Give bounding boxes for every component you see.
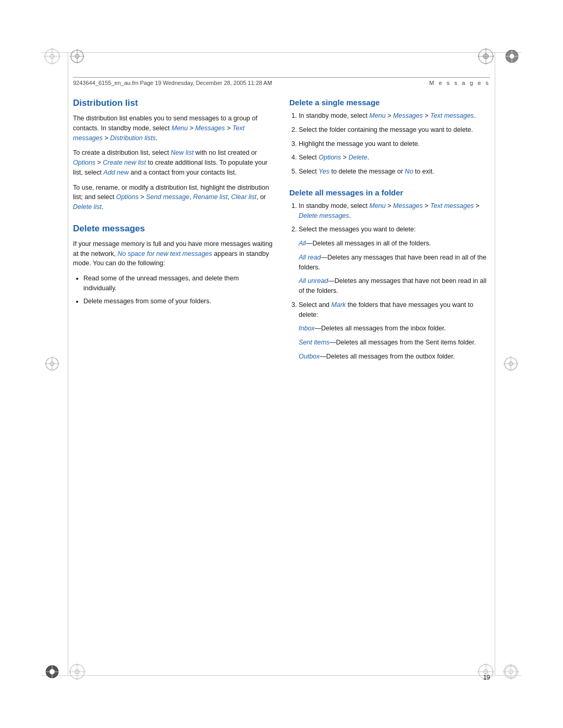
distribution-list-para2: To create a distribution list, select Ne… [73,148,274,177]
all-read-option: All read—Deletes any messages that have … [299,253,490,273]
right-vertical-rule [495,52,495,676]
delete-all-step-2: Select the messages you want to delete: … [299,225,490,296]
new-list-link: New list [171,149,194,156]
left-vertical-rule [68,52,68,676]
delete-single-heading: Delete a single message [289,98,490,107]
send-message-link: Send message [146,193,189,201]
delete-link-1: Delete [349,154,368,161]
page-number: 19 [483,674,490,681]
outbox-link: Outbox [299,353,320,360]
reg-mark-tr2 [503,47,521,66]
rename-list-link: Rename list [193,193,227,201]
reg-mark-bl2 [68,662,87,681]
options-link-1: Options [73,159,95,166]
delete-list-link: Delete list [73,203,102,211]
delete-messages-para1: If your message memory is full and you h… [73,239,274,268]
header-section-title: M e s s a g e s [429,80,490,86]
delete-single-steps: In standby mode, select Menu > Messages … [299,111,490,177]
add-new-link: Add new [103,169,129,176]
distribution-list-heading: Distribution list [73,98,274,108]
menu-link-3: Menu [370,202,386,209]
reg-mark-ml [43,354,62,373]
bullet-2: Delete messages from some of your folder… [83,297,274,306]
step-3: Highlight the message you want to delete… [299,139,490,149]
text-messages-link-3: Text messages [430,202,474,209]
reg-mark-bl [43,662,62,681]
sent-items-link: Sent items [299,339,329,346]
messages-link-3: Messages [393,202,423,209]
distribution-list-para1: The distribution list enables you to sen… [73,114,274,143]
no-space-link: No space for new text messages [117,250,212,257]
reg-mark-mr [501,354,520,373]
menu-link-1: Menu [172,125,188,132]
step-1: In standby mode, select Menu > Messages … [299,111,490,121]
header-file-info: 9243644_6155_en_au.fm Page 19 Wednesday,… [73,80,429,86]
step-2: Select the folder containing the message… [299,125,490,135]
step-5: Select Yes to delete the message or No t… [299,167,490,177]
bullet-1: Read some of the unread messages, and de… [83,274,274,293]
step-4: Select Options > Delete. [299,153,490,163]
delete-all-steps: In standby mode, select Menu > Messages … [299,201,490,362]
sent-items-option: Sent items—Deletes all messages from the… [299,338,490,348]
top-horizontal-rule [42,52,521,53]
delete-all-step-3: Select and Mark the folders that have me… [299,300,490,362]
delete-all-heading: Delete all messages in a folder [289,188,490,197]
options-link-3: Options [319,154,341,161]
delete-messages-bullets: Read some of the unread messages, and de… [83,274,274,306]
messages-link-1: Messages [195,125,225,132]
content-area: Distribution list The distribution list … [73,98,490,645]
bottom-horizontal-rule [42,675,521,676]
text-messages-link-2: Text messages [430,112,474,119]
reg-mark-tl [43,47,62,66]
menu-link-2: Menu [370,112,386,119]
yes-link: Yes [319,168,329,175]
all-unread-option: All unread—Deletes any messages that hav… [299,276,490,296]
options-link-2: Options [116,193,139,201]
clear-list-link: Clear list [231,193,256,201]
delete-all-step-1: In standby mode, select Menu > Messages … [299,201,490,221]
all-link: All [299,240,306,247]
delete-messages-heading: Delete messages [73,224,274,234]
messages-link-2: Messages [393,112,423,119]
all-read-link: All read [299,254,321,261]
inbox-option: Inbox—Deletes all messages from the inbo… [299,324,490,334]
reg-mark-br2 [501,662,520,681]
inbox-link: Inbox [299,325,315,332]
create-new-list-link: Create new list [103,159,146,166]
all-option: All—Deletes all messages in all of the f… [299,239,490,249]
reg-mark-tl2 [68,47,87,66]
left-column: Distribution list The distribution list … [73,98,274,645]
all-unread-link: All unread [299,277,328,285]
header-bar: 9243644_6155_en_au.fm Page 19 Wednesday,… [73,77,490,86]
reg-mark-tr [476,47,495,66]
outbox-option: Outbox—Deletes all messages from the out… [299,352,490,362]
right-column: Delete a single message In standby mode,… [289,98,490,645]
mark-link: Mark [332,301,346,309]
delete-messages-section: Delete messages If your message memory i… [73,224,274,306]
delete-messages-link: Delete messages [299,212,349,219]
distribution-list-para3: To use, rename, or modify a distribution… [73,183,274,212]
distribution-lists-link: Distribution lists [110,134,156,142]
delete-all-section: Delete all messages in a folder In stand… [289,188,490,362]
no-link: No [405,168,413,175]
